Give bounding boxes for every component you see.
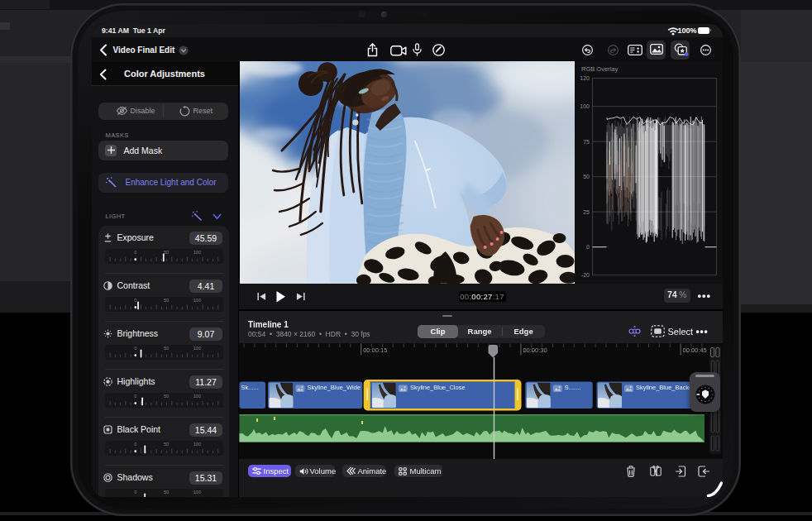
- svg-text:75: 75: [583, 139, 590, 145]
- svg-text:00:00:30: 00:00:30: [523, 347, 547, 354]
- svg-text:50: 50: [163, 394, 168, 399]
- svg-text:0: 0: [134, 250, 136, 255]
- svg-text:RGB Overlay: RGB Overlay: [581, 65, 618, 73]
- svg-text:100: 100: [193, 250, 200, 255]
- svg-text:Sk......: Sk......: [241, 384, 259, 391]
- svg-text:100: 100: [580, 103, 590, 109]
- svg-text:100: 100: [193, 346, 200, 351]
- svg-text:25: 25: [583, 209, 590, 215]
- svg-text:50: 50: [163, 490, 168, 495]
- svg-text:120: 120: [580, 75, 590, 81]
- svg-text:0: 0: [586, 244, 590, 250]
- svg-text:50: 50: [163, 346, 168, 351]
- svg-text:Skyline_Blue_Close: Skyline_Blue_Close: [410, 384, 466, 391]
- svg-text:0: 0: [134, 346, 136, 351]
- svg-text:50: 50: [583, 174, 590, 179]
- svg-text:100: 100: [193, 298, 200, 303]
- svg-text:Skyline_Blue_Wide: Skyline_Blue_Wide: [308, 384, 361, 391]
- svg-text:0: 0: [134, 490, 136, 495]
- svg-text:50: 50: [163, 298, 168, 303]
- svg-text:00:00:45: 00:00:45: [683, 347, 707, 354]
- svg-text:-20: -20: [581, 272, 590, 278]
- svg-text:0: 0: [134, 442, 136, 447]
- svg-text:50: 50: [163, 442, 168, 447]
- svg-text:00:00:15: 00:00:15: [363, 347, 387, 354]
- svg-text:100: 100: [193, 490, 200, 495]
- svg-text:0: 0: [134, 394, 136, 399]
- svg-text:50: 50: [163, 250, 168, 255]
- svg-text:S.......: S.......: [565, 384, 581, 391]
- svg-text:0: 0: [134, 298, 136, 303]
- svg-text:100: 100: [193, 394, 200, 399]
- svg-text:100: 100: [193, 442, 200, 447]
